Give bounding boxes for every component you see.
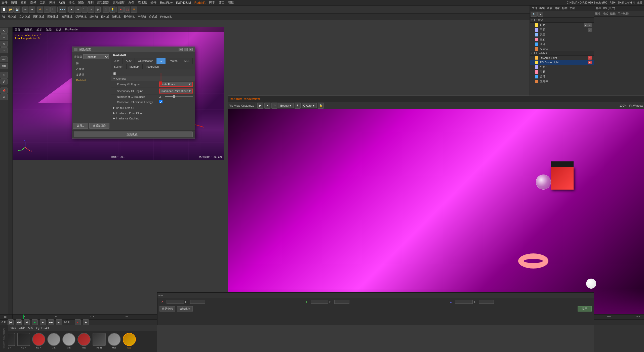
- tab-aov[interactable]: AOV: [123, 58, 135, 64]
- secondary-gi-dropdown[interactable]: Irradiance Point Cloud ▼: [159, 89, 193, 94]
- menu-item-insydium[interactable]: INSYDIUM: [176, 1, 191, 5]
- tool-xyz[interactable]: X Y Z: [59, 7, 66, 13]
- mat-texture-btn[interactable]: 纹理: [28, 326, 33, 330]
- left-tool-select[interactable]: ↖: [1, 28, 8, 34]
- obj-item-cube2[interactable]: 立方体: [530, 79, 594, 84]
- effects-button[interactable]: 效果...: [73, 123, 88, 129]
- tab-gi[interactable]: GI: [156, 58, 166, 64]
- tool-camera[interactable]: 🎥: [103, 7, 109, 13]
- left-tool-object[interactable]: Obj: [1, 63, 8, 69]
- render-settings-bottom-btn[interactable]: 渲染设置...: [74, 131, 193, 137]
- rs-mode-select[interactable]: Beauty▼: [278, 103, 293, 108]
- menu-item-redshift[interactable]: Redshift: [194, 1, 206, 5]
- menu-item-realflow[interactable]: RealFlow: [160, 1, 173, 5]
- obj-manager-edit[interactable]: 编辑: [539, 6, 545, 10]
- obj-manager-tags[interactable]: 标签: [562, 6, 568, 10]
- menu-item-render[interactable]: 渲染: [78, 1, 84, 5]
- tool-rotate[interactable]: ↻: [50, 7, 56, 13]
- swatch-8[interactable]: [123, 333, 136, 346]
- obj-item-light[interactable]: 灯光 ✓ ●: [530, 23, 594, 27]
- viewport-filter-btn[interactable]: 过滤: [46, 28, 52, 31]
- obj-item-gem[interactable]: 宝石: [530, 37, 594, 42]
- gi-bounces-slider[interactable]: [165, 96, 193, 97]
- tool-cone[interactable]: ▲: [88, 7, 94, 13]
- rs-auto-select[interactable]: C Auto ▼: [302, 103, 317, 108]
- menu-item-window[interactable]: 窗口: [219, 1, 225, 5]
- menu-item-simulate[interactable]: 模拟: [68, 1, 74, 5]
- play-btn[interactable]: ▶: [32, 319, 38, 325]
- keyframe-btn[interactable]: ◆: [83, 319, 89, 325]
- viewport-view-btn[interactable]: 查看: [15, 28, 20, 31]
- menu-item-tools[interactable]: 工具: [40, 1, 46, 5]
- right-tab-userdata[interactable]: 用户数据: [618, 12, 629, 16]
- menu-item-mograph[interactable]: 运动图形: [113, 1, 125, 5]
- coords-y-input[interactable]: 0 cm: [311, 300, 328, 304]
- tool-open[interactable]: 📂: [8, 7, 14, 13]
- tab-integration[interactable]: Integration: [143, 64, 162, 69]
- renderer-select[interactable]: Redshift: [83, 54, 109, 59]
- domain-radial[interactable]: 径向域: [100, 15, 110, 19]
- swatch-6[interactable]: [93, 333, 106, 346]
- swatch-4[interactable]: [62, 333, 75, 346]
- rs-stop-btn[interactable]: ■: [264, 103, 270, 109]
- left-tool-scale2[interactable]: ⤡: [1, 47, 8, 53]
- multipass-button[interactable]: 多通道渲染: [89, 123, 109, 129]
- domain-sphere[interactable]: 球体域: [7, 15, 17, 19]
- rs-settings-btn[interactable]: ⚙: [295, 103, 301, 109]
- menu-item-script[interactable]: 脚本: [209, 1, 215, 5]
- menu-item-motiontracking[interactable]: 运动跟踪: [97, 1, 109, 5]
- apply-btn[interactable]: 应用: [578, 306, 592, 312]
- menu-item-help[interactable]: 帮助: [228, 1, 234, 5]
- menu-item-file[interactable]: 文件: [2, 1, 8, 5]
- obj-item-rs-dome[interactable]: RS Dome Light ●: [530, 60, 594, 65]
- frame-fwdfwd-btn[interactable]: ▶▶: [48, 319, 54, 325]
- tool-sphere[interactable]: ●: [75, 7, 81, 13]
- domain-random[interactable]: 随机域: [111, 15, 122, 19]
- coords-b-input[interactable]: 0 °: [479, 300, 494, 304]
- swatch-5[interactable]: [77, 333, 91, 346]
- menu-item-view[interactable]: 查看: [21, 1, 27, 5]
- nav-output[interactable]: 输出: [72, 60, 111, 66]
- obj-vis-btn-2[interactable]: ●: [588, 23, 592, 27]
- domain-label[interactable]: 域: [1, 15, 6, 19]
- obj-group-redshift[interactable]: ▼ L2 redshift: [530, 51, 594, 56]
- domain-cone[interactable]: 圆锥体域: [46, 15, 59, 19]
- domain-cube[interactable]: 立方体域: [18, 15, 31, 19]
- frame-prev-btn[interactable]: ◀◀: [16, 319, 22, 325]
- tool-save[interactable]: 💾: [14, 7, 20, 13]
- nav-save[interactable]: ✓ 保存: [72, 66, 111, 72]
- brute-force-gi-item[interactable]: ▶ Brute Force GI: [111, 105, 195, 110]
- nav-multipass[interactable]: 多通道: [72, 72, 111, 78]
- world-coords-btn[interactable]: 世界坐标: [159, 306, 175, 312]
- obj-group-default[interactable]: ▼ L2 默认: [530, 18, 594, 23]
- obj-rs-dome-vis-btn[interactable]: ●: [588, 61, 592, 64]
- dialog-minimize-btn[interactable]: ─: [179, 48, 183, 51]
- frame-back-btn[interactable]: ◀: [24, 319, 30, 325]
- obj-manager-view[interactable]: 查看: [547, 6, 552, 10]
- tool-render[interactable]: ▶: [118, 7, 124, 13]
- domain-capsule[interactable]: 胶囊体域: [60, 15, 73, 19]
- menu-item-sculpt[interactable]: 雕刻: [88, 1, 94, 5]
- tool-move[interactable]: ✛: [37, 7, 43, 13]
- frame-start-btn[interactable]: |◀: [8, 319, 14, 325]
- left-tool-snap[interactable]: 📌: [1, 87, 8, 94]
- right-tab-mode[interactable]: 模式: [602, 12, 608, 16]
- mat-cycles-btn[interactable]: Cycles 4D: [36, 327, 49, 330]
- right-tab-edit[interactable]: 编辑: [610, 12, 616, 16]
- record-btn[interactable]: ●: [75, 319, 81, 325]
- right-tab-attr[interactable]: 属性: [595, 12, 600, 16]
- frame-fwd-btn[interactable]: ▶: [40, 319, 46, 325]
- rs-render-view-btn[interactable]: View: [234, 104, 240, 107]
- obj-item-sky[interactable]: 天空: [530, 32, 594, 37]
- rs-lock-btn[interactable]: 🔒: [318, 103, 324, 109]
- coords-h-input[interactable]: 0 °: [190, 300, 205, 304]
- dialog-maximize-btn[interactable]: □: [184, 48, 188, 51]
- left-tool-pen[interactable]: ✏: [1, 72, 8, 78]
- rs-play-btn[interactable]: ▶: [257, 103, 263, 109]
- obj-item-torus[interactable]: 圆环: [530, 42, 594, 47]
- obj-item-cube[interactable]: 立方体: [530, 47, 594, 51]
- viewport-display-btn[interactable]: 显示: [36, 28, 42, 31]
- coords-z-input[interactable]: 0 cm: [455, 300, 473, 304]
- coords-p-input[interactable]: 0 °: [334, 300, 349, 304]
- tool-light[interactable]: 💡: [109, 7, 115, 13]
